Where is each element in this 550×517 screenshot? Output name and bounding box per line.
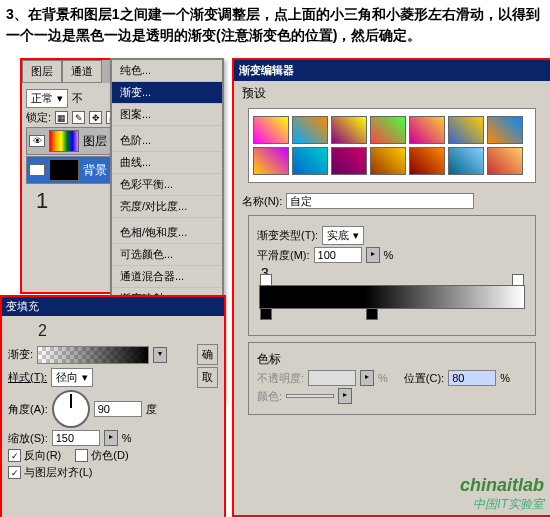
smooth-label: 平滑度(M): xyxy=(257,248,310,263)
watermark-sub: 中国IT实验室 xyxy=(473,496,544,513)
style-select[interactable]: 径向▾ xyxy=(51,368,93,387)
layer-name: 背景 xyxy=(83,162,107,179)
preset-swatch[interactable] xyxy=(448,116,484,144)
dither-checkbox[interactable]: 仿色(D) xyxy=(75,448,128,463)
position-input[interactable] xyxy=(448,370,496,386)
opacity-short: 不 xyxy=(72,91,83,106)
annotation-3: 3 xyxy=(261,265,527,281)
menu-levels[interactable]: 色阶... xyxy=(112,130,222,152)
layer-thumb xyxy=(49,159,79,181)
ok-button[interactable]: 确 xyxy=(197,344,218,365)
angle-unit: 度 xyxy=(146,402,157,417)
dither-label: 仿色(D) xyxy=(91,448,128,463)
reverse-checkbox[interactable]: ✓反向(R) xyxy=(8,448,61,463)
lock-label: 锁定: xyxy=(26,110,51,125)
lock-trans-icon[interactable]: ▦ xyxy=(55,111,68,124)
lock-pixels-icon[interactable]: ✎ xyxy=(72,111,85,124)
preset-swatch[interactable] xyxy=(253,147,289,175)
scale-label: 缩放(S): xyxy=(8,431,48,446)
preset-swatch[interactable] xyxy=(409,147,445,175)
preset-swatch[interactable] xyxy=(292,147,328,175)
opacity-input xyxy=(308,370,356,386)
chevron-right-icon: ▸ xyxy=(360,370,374,386)
annotation-2: 2 xyxy=(38,322,218,340)
style-value: 径向 xyxy=(56,370,78,385)
preset-swatch[interactable] xyxy=(409,116,445,144)
angle-input[interactable] xyxy=(94,401,142,417)
preset-swatch[interactable] xyxy=(370,116,406,144)
preset-swatch[interactable] xyxy=(331,116,367,144)
eye-icon[interactable]: 👁 xyxy=(29,164,45,176)
preset-swatch[interactable] xyxy=(487,116,523,144)
chevron-down-icon[interactable]: ▾ xyxy=(153,347,167,363)
menu-channel-mixer[interactable]: 通道混合器... xyxy=(112,266,222,288)
preset-swatch[interactable] xyxy=(292,116,328,144)
instruction-text: 3、在背景和图层1之间建一个渐变调整层，点上面的小三角和小菱形左右滑动，以得到一… xyxy=(0,0,550,50)
angle-dial[interactable] xyxy=(52,390,90,428)
gradient-type-group: 渐变类型(T): 实底▾ 平滑度(M): ▸ % 3 xyxy=(248,215,536,336)
preset-swatch[interactable] xyxy=(253,116,289,144)
menu-gradient[interactable]: 渐变... xyxy=(112,82,222,104)
color-stop[interactable] xyxy=(260,308,272,320)
align-checkbox[interactable]: ✓与图层对齐(L) xyxy=(8,465,92,480)
gradient-preview[interactable] xyxy=(37,346,149,364)
name-label: 名称(N): xyxy=(242,194,282,209)
menu-solid-color[interactable]: 纯色... xyxy=(112,60,222,82)
menu-curves[interactable]: 曲线... xyxy=(112,152,222,174)
color-stop[interactable] xyxy=(366,308,378,320)
dialog-title: 渐变编辑器 xyxy=(234,60,550,81)
blend-mode-select[interactable]: 正常▾ xyxy=(26,89,68,108)
smooth-unit: % xyxy=(384,249,394,261)
chevron-down-icon: ▾ xyxy=(353,229,359,242)
color-swatch xyxy=(286,394,334,398)
menu-brightness[interactable]: 亮度/对比度... xyxy=(112,196,222,218)
style-label: 样式(T): xyxy=(8,370,47,385)
dialog-title: 变填充 xyxy=(2,297,224,316)
blend-mode-value: 正常 xyxy=(31,91,53,106)
position-unit: % xyxy=(500,372,510,384)
gradient-editor-dialog: 渐变编辑器 预设 名称(N): xyxy=(232,58,550,517)
lock-pos-icon[interactable]: ✥ xyxy=(89,111,102,124)
position-label: 位置(C): xyxy=(404,371,444,386)
scale-input[interactable] xyxy=(52,430,100,446)
preset-swatch[interactable] xyxy=(370,147,406,175)
type-value: 实底 xyxy=(327,228,349,243)
angle-label: 角度(A): xyxy=(8,402,48,417)
type-select[interactable]: 实底▾ xyxy=(322,226,364,245)
smooth-input[interactable] xyxy=(314,247,362,263)
opacity-unit: % xyxy=(378,372,388,384)
menu-hue-sat[interactable]: 色相/饱和度... xyxy=(112,222,222,244)
scale-unit: % xyxy=(122,432,132,444)
layer-name: 图层 xyxy=(83,133,107,150)
preset-swatch[interactable] xyxy=(331,147,367,175)
color-label: 颜色: xyxy=(257,389,282,404)
presets-label: 预设 xyxy=(242,85,542,102)
watermark-logo: chinaitlab xyxy=(460,475,544,496)
chevron-down-icon: ▾ xyxy=(82,371,88,384)
color-stops-group: 色标 不透明度: ▸ % 位置(C): % 颜色: ▸ xyxy=(248,342,536,415)
gradient-bar[interactable] xyxy=(259,285,525,309)
tab-layers[interactable]: 图层 xyxy=(22,60,62,83)
chevron-right-icon: ▸ xyxy=(338,388,352,404)
cancel-button[interactable]: 取 xyxy=(197,367,218,388)
opacity-label: 不透明度: xyxy=(257,371,304,386)
preset-swatch[interactable] xyxy=(448,147,484,175)
opacity-stop[interactable] xyxy=(512,274,524,286)
chevron-down-icon: ▾ xyxy=(57,92,63,105)
gradient-label: 渐变: xyxy=(8,347,33,362)
stops-label: 色标 xyxy=(257,351,527,368)
eye-icon[interactable]: 👁 xyxy=(29,135,45,147)
opacity-stop[interactable] xyxy=(260,274,272,286)
chevron-right-icon[interactable]: ▸ xyxy=(104,430,118,446)
name-input[interactable] xyxy=(286,193,474,209)
layer-thumb xyxy=(49,130,79,152)
menu-pattern[interactable]: 图案... xyxy=(112,104,222,126)
chevron-right-icon[interactable]: ▸ xyxy=(366,247,380,263)
menu-color-balance[interactable]: 色彩平衡... xyxy=(112,174,222,196)
menu-selective-color[interactable]: 可选颜色... xyxy=(112,244,222,266)
preset-swatch[interactable] xyxy=(487,147,523,175)
tab-channels[interactable]: 通道 xyxy=(62,60,102,83)
align-label: 与图层对齐(L) xyxy=(24,465,92,480)
type-label: 渐变类型(T): xyxy=(257,228,318,243)
reverse-label: 反向(R) xyxy=(24,448,61,463)
